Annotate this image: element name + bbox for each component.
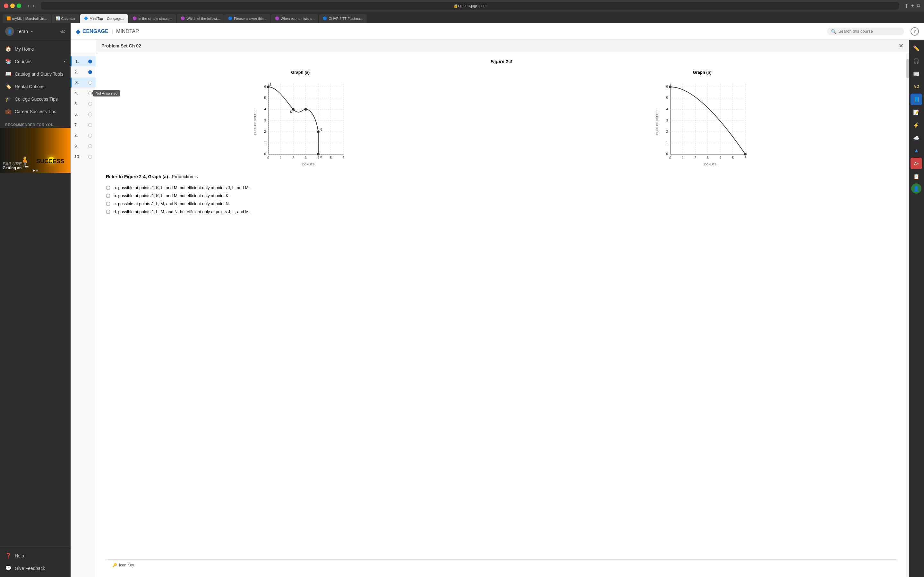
sidebar-item-my-home[interactable]: 🏠 My Home bbox=[0, 43, 71, 55]
svg-text:DONUTS: DONUTS bbox=[704, 163, 716, 166]
answer-choices: a. possible at points J, K, L, and M, bu… bbox=[106, 185, 897, 214]
svg-text:J: J bbox=[270, 83, 271, 87]
not-answered-tooltip: Not Answered bbox=[93, 90, 120, 97]
cengage-logo-icon: ◆ bbox=[76, 27, 81, 35]
graph-a-title: Graph (a) bbox=[106, 70, 495, 75]
sidebar-item-courses[interactable]: 📚 Courses ▾ bbox=[0, 55, 71, 68]
tab-3[interactable]: 🟣 In the simple circula... bbox=[129, 14, 176, 23]
new-tab-icon[interactable]: + bbox=[911, 3, 914, 9]
svg-text:4: 4 bbox=[317, 156, 319, 160]
toolbar-clipboard-btn[interactable]: 📋 bbox=[911, 171, 922, 182]
main-content: ◆ CENGAGE | MINDTAP 🔍 ? Problem Set Ch 0… bbox=[71, 23, 924, 577]
url-text: ng.cengage.com bbox=[458, 3, 487, 8]
svg-text:L: L bbox=[307, 105, 309, 109]
question-item-9[interactable]: 9. bbox=[71, 141, 96, 151]
sidebar-item-help[interactable]: ❓ Help bbox=[0, 550, 71, 562]
answer-choice-c[interactable]: c. possible at points J, L, M, and N, bu… bbox=[106, 201, 897, 206]
toolbar-audio-btn[interactable]: 🎧 bbox=[911, 55, 922, 67]
tab-7[interactable]: 🔵 CHAP 2 TT Flashca... bbox=[319, 14, 367, 23]
question-item-7[interactable]: 7. bbox=[71, 120, 96, 130]
maximize-window-btn[interactable] bbox=[17, 3, 21, 8]
sidebar-item-catalog[interactable]: 📖 Catalog and Study Tools bbox=[0, 68, 71, 80]
help-button[interactable]: ? bbox=[911, 27, 919, 35]
svg-text:6: 6 bbox=[264, 85, 266, 89]
svg-point-34 bbox=[292, 108, 294, 111]
toolbar-textbook-btn[interactable]: 📘 bbox=[911, 93, 922, 105]
toolbar-feed-btn[interactable]: 📰 bbox=[911, 68, 922, 79]
tab-6[interactable]: 🟣 When economists a... bbox=[271, 14, 318, 23]
close-problem-set-button[interactable]: ✕ bbox=[899, 42, 903, 49]
banner-dots bbox=[33, 169, 38, 171]
share-icon[interactable]: ⬆ bbox=[905, 3, 909, 9]
answer-text-b: b. possible at points J, K, L, and M, bu… bbox=[113, 193, 230, 198]
tabs-icon[interactable]: ⧉ bbox=[917, 3, 920, 9]
question-item-4[interactable]: 4. Not Answered bbox=[71, 88, 96, 98]
radio-d[interactable] bbox=[106, 210, 110, 214]
sidebar-collapse-button[interactable]: ≪ bbox=[60, 29, 65, 35]
svg-text:1: 1 bbox=[264, 141, 266, 145]
back-button[interactable]: ‹ bbox=[26, 3, 31, 9]
banner-figure: 🧍 bbox=[19, 156, 31, 166]
recommended-label: RECOMMENDED FOR YOU bbox=[0, 120, 71, 128]
search-input[interactable] bbox=[838, 29, 896, 34]
tab-label-5: Please answer this... bbox=[234, 17, 267, 21]
question-reference: Refer to Figure 2-4, Graph (a) . bbox=[106, 174, 170, 179]
toolbar-glossary-btn[interactable]: A-Z bbox=[911, 81, 922, 92]
minimize-window-btn[interactable] bbox=[10, 3, 15, 8]
question-item-3[interactable]: 3. bbox=[71, 77, 96, 87]
radio-b[interactable] bbox=[106, 193, 110, 198]
svg-text:1: 1 bbox=[682, 156, 684, 160]
svg-point-73 bbox=[744, 153, 746, 155]
tab-4[interactable]: 🟣 Which of the followi... bbox=[177, 14, 224, 23]
tab-favicon-0: 🟧 bbox=[6, 16, 11, 21]
answer-choice-a[interactable]: a. possible at points J, K, L, and M, bu… bbox=[106, 185, 897, 190]
toolbar-flash-btn[interactable]: ⚡ bbox=[911, 119, 922, 131]
svg-text:M: M bbox=[320, 155, 322, 159]
tab-0[interactable]: 🟧 myMU | Marshall Un... bbox=[3, 14, 51, 23]
tab-favicon-1: 📊 bbox=[55, 16, 60, 21]
top-bar: ◆ CENGAGE | MINDTAP 🔍 ? bbox=[71, 23, 924, 40]
scrollbar[interactable] bbox=[906, 53, 909, 577]
question-item-1[interactable]: 1. bbox=[71, 56, 96, 66]
search-bar[interactable]: 🔍 bbox=[827, 27, 904, 35]
tab-favicon-4: 🟣 bbox=[181, 16, 185, 21]
question-item-10[interactable]: 10. bbox=[71, 152, 96, 161]
toolbar-grade-btn[interactable]: A+ bbox=[911, 158, 922, 169]
tab-2[interactable]: 🔷 MindTap – Cengage... bbox=[80, 14, 128, 23]
tab-label-0: myMU | Marshall Un... bbox=[12, 17, 47, 21]
sidebar-item-college-success[interactable]: 🎓 College Success Tips bbox=[0, 93, 71, 105]
svg-text:1: 1 bbox=[666, 141, 668, 145]
scrollbar-thumb[interactable] bbox=[906, 59, 909, 78]
q-indicator-1 bbox=[88, 60, 92, 63]
radio-a[interactable] bbox=[106, 185, 110, 190]
sidebar-item-career-success[interactable]: 💼 Career Success Tips bbox=[0, 105, 71, 118]
sidebar-label-career-success: Career Success Tips bbox=[15, 109, 56, 114]
sidebar-item-rental[interactable]: 🏷️ Rental Options bbox=[0, 80, 71, 93]
forward-button[interactable]: › bbox=[32, 3, 36, 9]
lock-icon: 🔒 bbox=[453, 3, 458, 8]
sidebar-item-feedback[interactable]: 💬 Give Feedback bbox=[0, 562, 71, 574]
question-item-5[interactable]: 5. bbox=[71, 99, 96, 109]
recommended-banner[interactable]: FAILURE 🧍 SUCCESS Getting an "F" bbox=[0, 128, 71, 173]
tab-5[interactable]: 🔵 Please answer this... bbox=[224, 14, 270, 23]
question-item-2[interactable]: 2. bbox=[71, 67, 96, 77]
answer-choice-b[interactable]: b. possible at points J, K, L, and M, bu… bbox=[106, 193, 897, 198]
toolbar-cloud-btn[interactable]: ☁️ bbox=[911, 132, 922, 143]
window-controls bbox=[4, 3, 21, 8]
toolbar-notes-btn[interactable]: 📝 bbox=[911, 106, 922, 118]
tab-1[interactable]: 📊 Calendar bbox=[52, 14, 79, 23]
radio-c[interactable] bbox=[106, 201, 110, 206]
sidebar-label-courses: Courses bbox=[15, 59, 31, 64]
svg-text:1: 1 bbox=[280, 156, 282, 160]
svg-text:3: 3 bbox=[264, 119, 266, 122]
address-bar[interactable]: 🔒 ng.cengage.com bbox=[41, 2, 899, 10]
sidebar: 👤 Terah ▾ ≪ 🏠 My Home 📚 Courses ▾ 📖 Cata… bbox=[0, 23, 71, 577]
right-toolbar: ✏️ 🎧 📰 A-Z 📘 📝 ⚡ ☁️ ▲ A+ 📋 👤 bbox=[909, 40, 924, 577]
answer-choice-d[interactable]: d. possible at points J, L, M, and N, bu… bbox=[106, 210, 897, 214]
toolbar-profile-btn[interactable]: 👤 bbox=[911, 183, 921, 193]
toolbar-pencil-btn[interactable]: ✏️ bbox=[911, 42, 922, 54]
question-item-8[interactable]: 8. bbox=[71, 131, 96, 140]
question-item-6[interactable]: 6. bbox=[71, 109, 96, 119]
toolbar-drive-btn[interactable]: ▲ bbox=[911, 145, 922, 156]
close-window-btn[interactable] bbox=[4, 3, 8, 8]
